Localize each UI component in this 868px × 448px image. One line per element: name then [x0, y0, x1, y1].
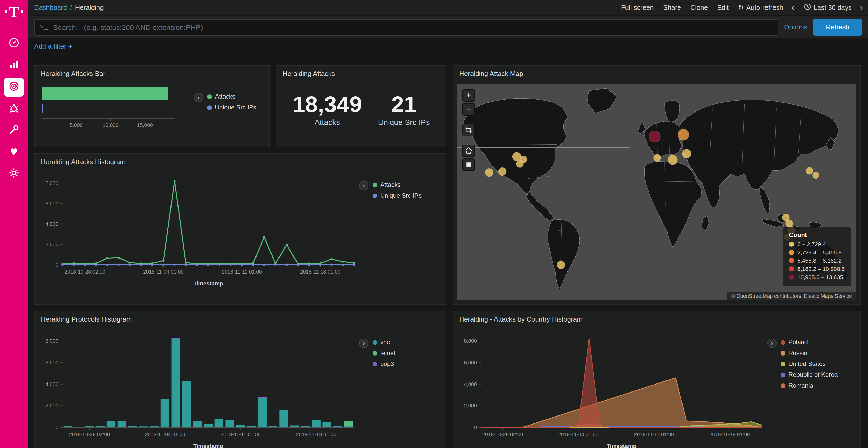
legend-item[interactable]: telnet	[373, 349, 396, 357]
fit-bounds-icon[interactable]	[462, 124, 475, 136]
gear-icon	[8, 167, 20, 181]
map-attribution[interactable]: © OpenStreetMap contributors, Elastic Ma…	[727, 292, 856, 300]
legend-item[interactable]: Romania	[781, 382, 838, 389]
legend-item: 10,908.6 – 13,635	[789, 274, 845, 280]
svg-text:6,000: 6,000	[45, 360, 58, 366]
legend-label: 8,182.2 – 10,908.6	[798, 266, 845, 272]
sidebar-item-charts[interactable]	[4, 56, 24, 75]
auto-refresh-label: Auto-refresh	[746, 4, 783, 11]
legend-label: United States	[788, 360, 826, 368]
query-bar: >_ Search... (e.g. status:200 AND extens…	[28, 16, 868, 38]
legend-item[interactable]: Republic of Korea	[781, 371, 838, 378]
svg-text:2018-10-28 02:00: 2018-10-28 02:00	[69, 432, 110, 437]
svg-text:0: 0	[56, 424, 58, 430]
svg-text:10,000: 10,000	[102, 122, 118, 128]
breadcrumb-dashboard-link[interactable]: Dashboard	[34, 4, 67, 11]
protocols-histogram-chart[interactable]: 02,0004,0006,0008,0002018-10-28 02:00201…	[39, 324, 359, 448]
attacks-bar-chart[interactable]: 5,00010,00015,000	[39, 78, 194, 130]
panel-attacks-by-country-histogram: Heralding - Attacks by Country Histogram…	[453, 311, 861, 448]
panel-title[interactable]: Heralding Attacks Bar	[35, 66, 269, 78]
svg-text:15,000: 15,000	[137, 122, 153, 128]
legend-label: 2,729.4 – 5,455.8	[798, 249, 842, 255]
sidebar-item-health[interactable]	[4, 143, 24, 162]
svg-text:Timestamp: Timestamp	[193, 443, 223, 448]
svg-text:Timestamp: Timestamp	[193, 280, 223, 287]
legend-label: Republic of Korea	[788, 371, 838, 378]
zoom-in-button[interactable]: +	[462, 89, 475, 102]
legend-toggle-icon[interactable]: ›	[359, 181, 368, 191]
search-input[interactable]: >_ Search... (e.g. status:200 AND extens…	[34, 19, 778, 35]
edit-button[interactable]: Edit	[717, 4, 729, 11]
clock-icon	[804, 3, 811, 12]
panel-title[interactable]: Heralding Attack Map	[453, 66, 860, 78]
heartbeat-icon	[8, 145, 20, 159]
refresh-cycle-icon: ↻	[738, 4, 744, 11]
legend-label: Attacks	[380, 181, 401, 188]
svg-text:2018-11-04 01:00: 2018-11-04 01:00	[558, 432, 598, 437]
legend-item[interactable]: Unique Src IPs	[207, 104, 256, 111]
legend-toggle-icon[interactable]: ›	[359, 339, 368, 348]
sidebar-item-settings[interactable]	[4, 165, 24, 183]
query-options-link[interactable]: Options	[784, 23, 807, 31]
breadcrumb-separator: /	[70, 4, 72, 11]
legend-toggle-icon[interactable]: ›	[194, 93, 203, 102]
rectangle-draw-icon[interactable]	[462, 159, 475, 171]
query-prompt-icon: >_	[40, 23, 48, 31]
legend-dot	[789, 275, 795, 280]
clone-button[interactable]: Clone	[690, 4, 708, 11]
legend-item[interactable]: Poland	[781, 339, 838, 346]
legend-label: 3 – 2,729.4	[798, 241, 826, 247]
world-map[interactable]: + − Count 3 – 2,729.42,729.4 – 5,455.85,…	[457, 84, 856, 300]
time-forward-button[interactable]: ›	[860, 3, 863, 12]
attacks-label: Attacks	[292, 118, 362, 127]
legend-item[interactable]: Unique Src IPs	[373, 192, 422, 199]
svg-text:0: 0	[474, 424, 477, 430]
sidebar-item-overview[interactable]	[4, 35, 24, 53]
attacks-histogram-chart[interactable]: 02,0004,0006,0008,0002018-10-28 02:00201…	[39, 167, 359, 290]
time-back-button[interactable]: ‹	[792, 3, 795, 12]
time-range-picker[interactable]: Last 30 days	[804, 3, 851, 12]
full-screen-button[interactable]: Full screen	[621, 4, 654, 11]
legend-item: 2,729.4 – 5,455.8	[789, 249, 845, 255]
panel-title[interactable]: Heralding Protocols Histogram	[35, 311, 446, 324]
svg-text:2,000: 2,000	[45, 403, 58, 409]
legend-item[interactable]: Attacks	[207, 93, 256, 100]
legend-item[interactable]: vnc	[373, 339, 396, 346]
panel-title[interactable]: Heralding Attacks	[276, 66, 446, 78]
add-filter-link[interactable]: Add a filter+	[34, 42, 72, 50]
legend-label: vnc	[380, 339, 390, 346]
legend-toggle-icon[interactable]: ›	[767, 339, 777, 348]
sidebar-item-tools[interactable]	[4, 121, 24, 140]
zoom-out-button[interactable]: −	[462, 103, 475, 115]
auto-refresh-button[interactable]: ↻ Auto-refresh	[738, 4, 783, 11]
svg-text:4,000: 4,000	[464, 381, 477, 387]
svg-text:2018-11-11 01:00: 2018-11-11 01:00	[222, 269, 262, 275]
gauge-icon	[8, 37, 20, 50]
share-button[interactable]: Share	[663, 4, 681, 11]
legend-item[interactable]: United States	[781, 360, 838, 368]
svg-text:2018-11-11 01:00: 2018-11-11 01:00	[221, 432, 261, 437]
legend-dot	[207, 105, 212, 110]
svg-text:5,000: 5,000	[70, 122, 83, 128]
sidebar-item-attackers[interactable]	[4, 100, 24, 118]
unique-src-ips-value: 21	[378, 92, 430, 117]
legend-item[interactable]: Russia	[781, 349, 838, 357]
svg-text:2,000: 2,000	[464, 403, 477, 409]
legend-item[interactable]: Attacks	[373, 181, 422, 188]
polygon-draw-icon[interactable]	[462, 144, 475, 157]
svg-text:Timestamp: Timestamp	[607, 443, 637, 448]
legend-dot	[373, 182, 377, 187]
logo-t-glyph: T	[9, 5, 19, 19]
map-legend: Count 3 – 2,729.42,729.4 – 5,455.85,455.…	[783, 227, 851, 286]
panel-title[interactable]: Heralding - Attacks by Country Histogram	[453, 311, 860, 324]
legend-label: telnet	[380, 349, 396, 357]
telekom-logo[interactable]: T	[5, 5, 23, 23]
panel-title[interactable]: Heralding Attacks Histogram	[35, 154, 446, 167]
legend-item: 5,455.8 – 8,182.2	[789, 257, 845, 264]
legend-item[interactable]: pop3	[373, 360, 396, 368]
refresh-button[interactable]: Refresh	[813, 19, 862, 36]
sidebar-item-heralding[interactable]	[4, 78, 24, 97]
country-histogram-chart[interactable]: 02,0004,0006,0008,0002018-10-28 02:00201…	[457, 324, 767, 448]
panel-heralding-attacks-metric: Heralding Attacks 18,349 Attacks 21 Uniq…	[276, 65, 446, 147]
legend-dot	[789, 250, 795, 255]
